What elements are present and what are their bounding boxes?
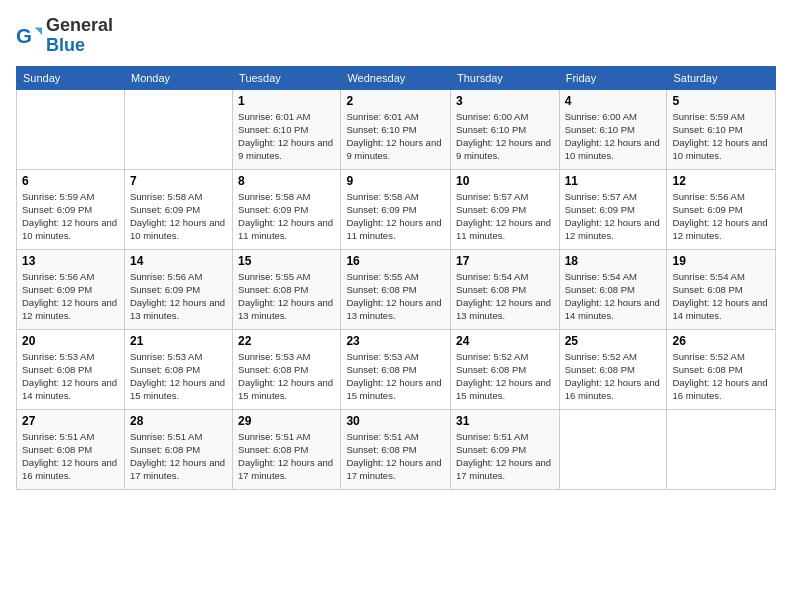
day-info: Sunrise: 5:52 AM Sunset: 6:08 PM Dayligh… — [456, 350, 554, 403]
calendar-day-cell: 27Sunrise: 5:51 AM Sunset: 6:08 PM Dayli… — [17, 409, 125, 489]
day-number: 9 — [346, 174, 445, 188]
svg-text:G: G — [16, 23, 32, 46]
day-number: 22 — [238, 334, 335, 348]
day-number: 5 — [672, 94, 770, 108]
day-info: Sunrise: 5:52 AM Sunset: 6:08 PM Dayligh… — [565, 350, 662, 403]
day-info: Sunrise: 5:57 AM Sunset: 6:09 PM Dayligh… — [456, 190, 554, 243]
calendar-day-cell: 6Sunrise: 5:59 AM Sunset: 6:09 PM Daylig… — [17, 169, 125, 249]
day-info: Sunrise: 5:53 AM Sunset: 6:08 PM Dayligh… — [346, 350, 445, 403]
day-number: 4 — [565, 94, 662, 108]
calendar-day-cell: 29Sunrise: 5:51 AM Sunset: 6:08 PM Dayli… — [233, 409, 341, 489]
day-info: Sunrise: 5:56 AM Sunset: 6:09 PM Dayligh… — [22, 270, 119, 323]
day-info: Sunrise: 5:53 AM Sunset: 6:08 PM Dayligh… — [22, 350, 119, 403]
weekday-cell: Sunday — [17, 66, 125, 89]
calendar-day-cell: 16Sunrise: 5:55 AM Sunset: 6:08 PM Dayli… — [341, 249, 451, 329]
day-number: 15 — [238, 254, 335, 268]
calendar-day-cell: 15Sunrise: 5:55 AM Sunset: 6:08 PM Dayli… — [233, 249, 341, 329]
calendar-day-cell: 21Sunrise: 5:53 AM Sunset: 6:08 PM Dayli… — [124, 329, 232, 409]
day-info: Sunrise: 5:58 AM Sunset: 6:09 PM Dayligh… — [346, 190, 445, 243]
day-number: 30 — [346, 414, 445, 428]
day-info: Sunrise: 5:52 AM Sunset: 6:08 PM Dayligh… — [672, 350, 770, 403]
calendar-day-cell: 17Sunrise: 5:54 AM Sunset: 6:08 PM Dayli… — [451, 249, 560, 329]
day-info: Sunrise: 6:00 AM Sunset: 6:10 PM Dayligh… — [565, 110, 662, 163]
day-number: 14 — [130, 254, 227, 268]
day-info: Sunrise: 5:53 AM Sunset: 6:08 PM Dayligh… — [130, 350, 227, 403]
calendar-day-cell: 24Sunrise: 5:52 AM Sunset: 6:08 PM Dayli… — [451, 329, 560, 409]
calendar-day-cell: 14Sunrise: 5:56 AM Sunset: 6:09 PM Dayli… — [124, 249, 232, 329]
day-number: 21 — [130, 334, 227, 348]
day-info: Sunrise: 5:51 AM Sunset: 6:08 PM Dayligh… — [130, 430, 227, 483]
day-info: Sunrise: 5:56 AM Sunset: 6:09 PM Dayligh… — [130, 270, 227, 323]
day-info: Sunrise: 6:01 AM Sunset: 6:10 PM Dayligh… — [238, 110, 335, 163]
day-number: 7 — [130, 174, 227, 188]
day-number: 16 — [346, 254, 445, 268]
calendar-day-cell: 5Sunrise: 5:59 AM Sunset: 6:10 PM Daylig… — [667, 89, 776, 169]
day-number: 8 — [238, 174, 335, 188]
calendar-day-cell: 28Sunrise: 5:51 AM Sunset: 6:08 PM Dayli… — [124, 409, 232, 489]
logo: G General Blue — [16, 16, 113, 56]
day-info: Sunrise: 5:55 AM Sunset: 6:08 PM Dayligh… — [346, 270, 445, 323]
calendar-day-cell: 13Sunrise: 5:56 AM Sunset: 6:09 PM Dayli… — [17, 249, 125, 329]
calendar-day-cell: 3Sunrise: 6:00 AM Sunset: 6:10 PM Daylig… — [451, 89, 560, 169]
weekday-cell: Tuesday — [233, 66, 341, 89]
calendar-day-cell — [559, 409, 667, 489]
day-number: 23 — [346, 334, 445, 348]
calendar-body: 1Sunrise: 6:01 AM Sunset: 6:10 PM Daylig… — [17, 89, 776, 489]
weekday-cell: Wednesday — [341, 66, 451, 89]
calendar-week-row: 6Sunrise: 5:59 AM Sunset: 6:09 PM Daylig… — [17, 169, 776, 249]
calendar-week-row: 1Sunrise: 6:01 AM Sunset: 6:10 PM Daylig… — [17, 89, 776, 169]
day-number: 20 — [22, 334, 119, 348]
weekday-cell: Thursday — [451, 66, 560, 89]
day-info: Sunrise: 5:51 AM Sunset: 6:08 PM Dayligh… — [238, 430, 335, 483]
calendar-day-cell: 25Sunrise: 5:52 AM Sunset: 6:08 PM Dayli… — [559, 329, 667, 409]
calendar-day-cell: 7Sunrise: 5:58 AM Sunset: 6:09 PM Daylig… — [124, 169, 232, 249]
day-info: Sunrise: 5:57 AM Sunset: 6:09 PM Dayligh… — [565, 190, 662, 243]
calendar-day-cell: 20Sunrise: 5:53 AM Sunset: 6:08 PM Dayli… — [17, 329, 125, 409]
calendar-day-cell: 23Sunrise: 5:53 AM Sunset: 6:08 PM Dayli… — [341, 329, 451, 409]
day-number: 2 — [346, 94, 445, 108]
day-number: 18 — [565, 254, 662, 268]
calendar-week-row: 20Sunrise: 5:53 AM Sunset: 6:08 PM Dayli… — [17, 329, 776, 409]
calendar-day-cell: 4Sunrise: 6:00 AM Sunset: 6:10 PM Daylig… — [559, 89, 667, 169]
day-info: Sunrise: 5:51 AM Sunset: 6:08 PM Dayligh… — [22, 430, 119, 483]
calendar-week-row: 27Sunrise: 5:51 AM Sunset: 6:08 PM Dayli… — [17, 409, 776, 489]
weekday-cell: Friday — [559, 66, 667, 89]
day-info: Sunrise: 5:58 AM Sunset: 6:09 PM Dayligh… — [130, 190, 227, 243]
weekday-cell: Monday — [124, 66, 232, 89]
svg-marker-1 — [35, 27, 42, 34]
calendar-table: SundayMondayTuesdayWednesdayThursdayFrid… — [16, 66, 776, 490]
day-info: Sunrise: 6:00 AM Sunset: 6:10 PM Dayligh… — [456, 110, 554, 163]
calendar-day-cell: 8Sunrise: 5:58 AM Sunset: 6:09 PM Daylig… — [233, 169, 341, 249]
day-number: 10 — [456, 174, 554, 188]
logo-icon: G — [16, 22, 44, 50]
day-number: 25 — [565, 334, 662, 348]
day-info: Sunrise: 5:59 AM Sunset: 6:10 PM Dayligh… — [672, 110, 770, 163]
day-info: Sunrise: 5:58 AM Sunset: 6:09 PM Dayligh… — [238, 190, 335, 243]
calendar-day-cell: 30Sunrise: 5:51 AM Sunset: 6:08 PM Dayli… — [341, 409, 451, 489]
day-info: Sunrise: 5:51 AM Sunset: 6:09 PM Dayligh… — [456, 430, 554, 483]
calendar-day-cell: 18Sunrise: 5:54 AM Sunset: 6:08 PM Dayli… — [559, 249, 667, 329]
calendar-day-cell: 26Sunrise: 5:52 AM Sunset: 6:08 PM Dayli… — [667, 329, 776, 409]
calendar-day-cell: 1Sunrise: 6:01 AM Sunset: 6:10 PM Daylig… — [233, 89, 341, 169]
calendar-day-cell: 11Sunrise: 5:57 AM Sunset: 6:09 PM Dayli… — [559, 169, 667, 249]
day-number: 27 — [22, 414, 119, 428]
day-info: Sunrise: 5:54 AM Sunset: 6:08 PM Dayligh… — [456, 270, 554, 323]
day-number: 3 — [456, 94, 554, 108]
day-info: Sunrise: 5:56 AM Sunset: 6:09 PM Dayligh… — [672, 190, 770, 243]
calendar-day-cell — [667, 409, 776, 489]
calendar-day-cell: 12Sunrise: 5:56 AM Sunset: 6:09 PM Dayli… — [667, 169, 776, 249]
calendar-day-cell: 22Sunrise: 5:53 AM Sunset: 6:08 PM Dayli… — [233, 329, 341, 409]
weekday-cell: Saturday — [667, 66, 776, 89]
calendar-day-cell: 19Sunrise: 5:54 AM Sunset: 6:08 PM Dayli… — [667, 249, 776, 329]
day-number: 13 — [22, 254, 119, 268]
day-number: 28 — [130, 414, 227, 428]
day-info: Sunrise: 5:54 AM Sunset: 6:08 PM Dayligh… — [565, 270, 662, 323]
day-number: 24 — [456, 334, 554, 348]
day-info: Sunrise: 5:55 AM Sunset: 6:08 PM Dayligh… — [238, 270, 335, 323]
calendar-day-cell: 10Sunrise: 5:57 AM Sunset: 6:09 PM Dayli… — [451, 169, 560, 249]
day-number: 17 — [456, 254, 554, 268]
calendar-day-cell: 31Sunrise: 5:51 AM Sunset: 6:09 PM Dayli… — [451, 409, 560, 489]
weekday-header: SundayMondayTuesdayWednesdayThursdayFrid… — [17, 66, 776, 89]
day-info: Sunrise: 5:59 AM Sunset: 6:09 PM Dayligh… — [22, 190, 119, 243]
calendar-day-cell: 2Sunrise: 6:01 AM Sunset: 6:10 PM Daylig… — [341, 89, 451, 169]
